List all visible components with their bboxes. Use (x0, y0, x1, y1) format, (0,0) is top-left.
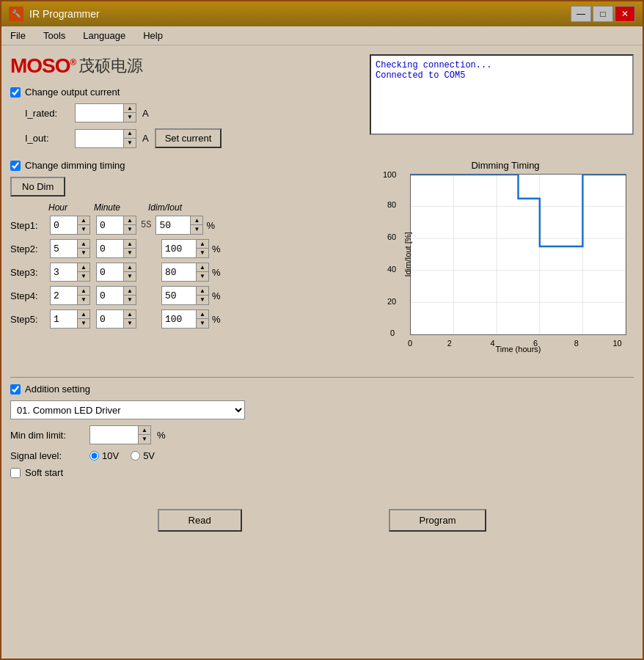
driver-type-dropdown[interactable]: 01. Common LED Driver 02. Option B 03. O… (10, 400, 245, 419)
step-3-hour-down[interactable]: ▼ (78, 272, 89, 281)
step-3-idim-spinner[interactable]: ▲ ▼ (161, 263, 209, 282)
step-1-idim-input[interactable] (156, 216, 190, 234)
step-3-hour-up[interactable]: ▲ (78, 263, 89, 272)
min-dim-input[interactable]: 20 (90, 426, 138, 444)
step-5-idim-up[interactable]: ▲ (197, 310, 208, 319)
step-3-idim-up[interactable]: ▲ (197, 263, 208, 272)
step-4-hour-up[interactable]: ▲ (78, 287, 89, 296)
step-1-hour-up[interactable]: ▲ (78, 216, 89, 225)
step-2-hour-input[interactable] (51, 240, 77, 257)
program-button[interactable]: Program (389, 509, 487, 532)
output-current-checkbox-label[interactable]: Change output current (10, 87, 361, 98)
step-2-hour-up[interactable]: ▲ (78, 240, 89, 249)
min-dim-unit: % (157, 430, 166, 441)
dimming-checkbox[interactable] (10, 161, 21, 171)
menu-file[interactable]: File (7, 29, 29, 43)
step-1-minute-input[interactable] (97, 216, 123, 234)
radio-10v-label[interactable]: 10V (89, 450, 119, 461)
step-4-minute-spinner[interactable]: ▲ ▼ (96, 286, 136, 305)
step-4-idim-up[interactable]: ▲ (197, 287, 208, 296)
close-button[interactable]: ✕ (615, 6, 635, 22)
radio-5v-label[interactable]: 5V (131, 450, 155, 461)
i-out-input[interactable]: 0.700 (76, 130, 123, 147)
i-out-up[interactable]: ▲ (124, 130, 136, 139)
step-5-idim-spinner[interactable]: ▲ ▼ (161, 309, 209, 329)
step-2-minute-input[interactable] (97, 240, 123, 257)
radio-10v[interactable] (89, 451, 99, 461)
dimming-checkbox-label[interactable]: Change dimming timing (10, 160, 368, 171)
step-2-hour-spinner[interactable]: ▲ ▼ (50, 239, 90, 258)
i-rated-down[interactable]: ▼ (124, 113, 136, 122)
step-1-idim-up[interactable]: ▲ (191, 216, 202, 225)
step-2-hour-down[interactable]: ▼ (78, 249, 89, 257)
step-1-hour-input[interactable] (51, 216, 77, 234)
i-rated-spinner[interactable]: 1.100 ▲ ▼ (75, 103, 136, 122)
step-2-idim-spinner[interactable]: ▲ ▼ (161, 239, 209, 258)
step-1-minute-down[interactable]: ▼ (124, 225, 136, 234)
step-2-minute-spinner[interactable]: ▲ ▼ (96, 239, 136, 258)
menu-tools[interactable]: Tools (40, 29, 68, 43)
i-out-spinner[interactable]: 0.700 ▲ ▼ (75, 129, 136, 148)
step-5-hour-spinner[interactable]: ▲ ▼ (50, 309, 90, 329)
min-dim-down[interactable]: ▼ (139, 435, 150, 444)
no-dim-button[interactable]: No Dim (10, 177, 65, 197)
step-4-idim-down[interactable]: ▼ (197, 296, 208, 304)
step-5-minute-down[interactable]: ▼ (124, 319, 136, 328)
maximize-button[interactable]: □ (593, 6, 613, 22)
step-1-minute-up[interactable]: ▲ (124, 216, 136, 225)
step-5-idim-input[interactable] (162, 310, 196, 328)
step-3-hour-input[interactable] (51, 263, 77, 281)
right-panel: Checking connection... Connected to COM5 (370, 54, 634, 154)
addition-checkbox[interactable] (10, 384, 21, 395)
i-rated-input[interactable]: 1.100 (76, 104, 123, 122)
step-2-minute-down[interactable]: ▼ (124, 249, 136, 257)
i-out-label: I_out: (25, 133, 69, 144)
step-3-minute-up[interactable]: ▲ (124, 263, 136, 272)
min-dim-spinner[interactable]: 20 ▲ ▼ (89, 425, 151, 444)
step-3-minute-spinner[interactable]: ▲ ▼ (96, 263, 136, 282)
step-4-minute-up[interactable]: ▲ (124, 287, 136, 296)
soft-start-label[interactable]: Soft start (10, 467, 63, 478)
step-3-minute-down[interactable]: ▼ (124, 272, 136, 281)
step-2-minute-up[interactable]: ▲ (124, 240, 136, 249)
step-4-hour-down[interactable]: ▼ (78, 296, 89, 304)
step-2-idim-down[interactable]: ▼ (197, 249, 208, 257)
step-2-idim-up[interactable]: ▲ (197, 240, 208, 249)
step-5-minute-input[interactable] (97, 310, 123, 328)
addition-checkbox-label[interactable]: Addition setting (10, 384, 634, 395)
step-5-hour-down[interactable]: ▼ (78, 319, 89, 328)
step-3-idim-down[interactable]: ▼ (197, 272, 208, 281)
step-4-idim-spinner[interactable]: ▲ ▼ (161, 286, 209, 305)
i-rated-up[interactable]: ▲ (124, 104, 136, 113)
step-4-hour-spinner[interactable]: ▲ ▼ (50, 286, 90, 305)
menu-help[interactable]: Help (140, 29, 166, 43)
step-1-hour-down[interactable]: ▼ (78, 225, 89, 234)
step-1-minute-spinner[interactable]: ▲ ▼ (96, 216, 136, 235)
step-4-minute-down[interactable]: ▼ (124, 296, 136, 304)
step-5-idim-down[interactable]: ▼ (197, 319, 208, 328)
soft-start-checkbox[interactable] (10, 468, 21, 478)
step-2-idim-input[interactable] (162, 240, 196, 257)
minimize-button[interactable]: — (571, 6, 591, 22)
step-5-hour-input[interactable] (51, 310, 77, 328)
step-5-minute-spinner[interactable]: ▲ ▼ (96, 309, 136, 329)
step-4-hour-input[interactable] (51, 287, 77, 304)
step-1-idim-down[interactable]: ▼ (191, 225, 202, 234)
menu-language[interactable]: Language (80, 29, 128, 43)
read-button[interactable]: Read (158, 509, 242, 532)
step-5-minute-up[interactable]: ▲ (124, 310, 136, 319)
step-3-idim-input[interactable] (162, 263, 196, 281)
step-5-hour-up[interactable]: ▲ (78, 310, 89, 319)
set-current-button[interactable]: Set current (155, 128, 222, 148)
step-1-hour-spinner[interactable]: ▲ ▼ (50, 216, 90, 235)
step-1-idim-spinner[interactable]: ▲ ▼ (155, 216, 203, 235)
step-4-idim-input[interactable] (162, 287, 196, 304)
radio-5v[interactable] (131, 451, 140, 461)
step-3-minute-input[interactable] (97, 263, 123, 281)
i-out-down[interactable]: ▼ (124, 139, 136, 147)
step-3-hour-spinner[interactable]: ▲ ▼ (50, 263, 90, 282)
min-dim-up[interactable]: ▲ (139, 426, 150, 435)
step-4-minute-input[interactable] (97, 287, 123, 304)
i-rated-unit: A (142, 108, 149, 119)
output-current-checkbox[interactable] (10, 87, 21, 98)
